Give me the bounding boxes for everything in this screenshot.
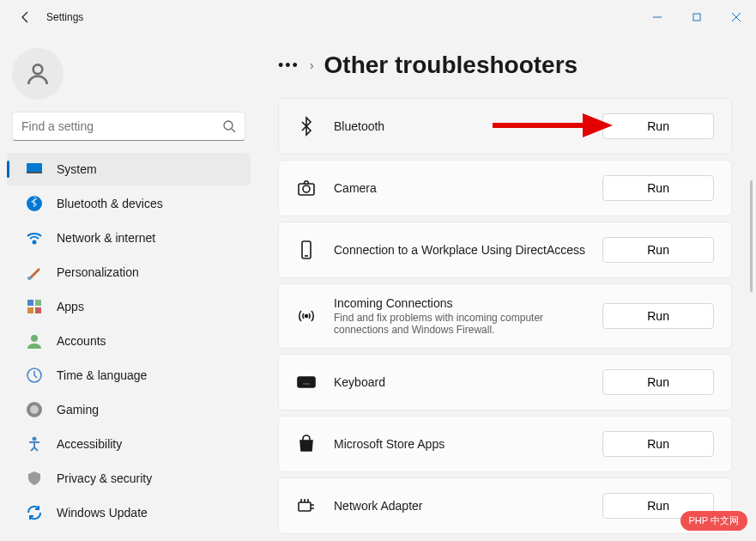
gaming-icon — [26, 401, 43, 418]
run-button[interactable]: Run — [602, 369, 714, 395]
card-title: Bluetooth — [334, 119, 585, 133]
nav: System Bluetooth & devices Network & int… — [0, 153, 257, 529]
wifi-icon — [26, 229, 43, 246]
troubleshooter-card-incoming: Incoming Connections Find and fix proble… — [278, 283, 732, 349]
sidebar-item-accessibility[interactable]: Accessibility — [7, 428, 251, 460]
clock-icon — [26, 367, 43, 384]
run-button[interactable]: Run — [602, 237, 714, 263]
card-title: Network Adapter — [334, 499, 585, 513]
minimize-icon — [653, 13, 662, 21]
svg-point-27 — [305, 315, 308, 318]
close-button[interactable] — [717, 0, 756, 34]
sidebar-item-personalization[interactable]: Personalization — [7, 256, 251, 289]
watermark: PHP 中文网 — [680, 511, 747, 531]
page-title: Other troubleshooters — [324, 52, 578, 79]
search-icon — [222, 119, 236, 133]
accounts-icon — [26, 332, 43, 350]
run-button[interactable]: Run — [602, 175, 714, 201]
svg-rect-1 — [693, 14, 700, 21]
bluetooth-icon — [296, 116, 317, 137]
svg-rect-8 — [27, 172, 42, 173]
nav-label: System — [57, 162, 97, 176]
sidebar-item-bluetooth[interactable]: Bluetooth & devices — [7, 187, 251, 220]
maximize-icon — [692, 13, 701, 21]
sidebar-item-network[interactable]: Network & internet — [7, 222, 251, 254]
svg-rect-12 — [27, 300, 33, 306]
troubleshooter-card-camera: Camera Run — [278, 160, 732, 216]
sidebar-item-update[interactable]: Windows Update — [7, 496, 251, 529]
nav-label: Gaming — [57, 403, 99, 416]
arrow-left-icon — [19, 10, 33, 24]
shield-icon — [26, 470, 43, 487]
card-subtitle: Find and fix problems with incoming comp… — [334, 312, 557, 336]
sidebar-item-apps[interactable]: Apps — [7, 290, 251, 323]
search-input[interactable] — [21, 119, 222, 133]
card-title: Microsoft Store Apps — [334, 437, 585, 451]
paint-icon — [26, 264, 43, 281]
nav-label: Accessibility — [57, 437, 122, 451]
apps-icon — [26, 298, 43, 315]
back-button[interactable] — [9, 0, 43, 34]
svg-rect-34 — [299, 502, 311, 511]
troubleshooter-card-store: Microsoft Store Apps Run — [278, 416, 732, 472]
sidebar-item-system[interactable]: System — [7, 153, 251, 185]
svg-rect-28 — [298, 377, 315, 387]
run-button[interactable]: Run — [602, 431, 714, 457]
main: System Bluetooth & devices Network & int… — [0, 34, 756, 541]
adapter-icon — [296, 495, 317, 516]
signal-icon — [296, 306, 317, 326]
bluetooth-icon — [26, 195, 43, 212]
nav-label: Privacy & security — [57, 471, 152, 485]
card-title: Camera — [334, 181, 585, 195]
svg-rect-32 — [311, 380, 312, 381]
phone-icon — [296, 240, 317, 260]
card-title: Keyboard — [334, 375, 585, 389]
nav-label: Accounts — [57, 334, 106, 348]
accessibility-icon — [26, 435, 43, 453]
search-box[interactable] — [12, 112, 245, 141]
nav-label: Apps — [57, 300, 84, 313]
system-icon — [26, 161, 43, 178]
user-icon — [24, 60, 51, 88]
svg-point-10 — [33, 241, 36, 244]
window-controls — [638, 0, 756, 34]
svg-point-5 — [224, 121, 233, 130]
svg-point-20 — [33, 437, 37, 441]
svg-point-11 — [27, 277, 31, 280]
svg-rect-14 — [27, 307, 33, 313]
svg-rect-33 — [302, 383, 311, 385]
avatar[interactable] — [12, 48, 64, 100]
svg-point-19 — [30, 405, 39, 414]
card-title: Connection to a Workplace Using DirectAc… — [334, 243, 585, 257]
scrollbar[interactable] — [750, 180, 753, 292]
sidebar-item-accounts[interactable]: Accounts — [7, 325, 251, 357]
svg-rect-31 — [307, 380, 309, 381]
svg-point-16 — [31, 335, 38, 342]
sidebar-item-privacy[interactable]: Privacy & security — [7, 462, 251, 495]
sidebar: System Bluetooth & devices Network & int… — [0, 34, 257, 541]
card-title: Incoming Connections — [334, 296, 585, 310]
troubleshooter-card-keyboard: Keyboard Run — [278, 354, 732, 410]
update-icon — [26, 504, 43, 521]
svg-rect-15 — [35, 307, 41, 313]
svg-rect-13 — [35, 300, 41, 306]
breadcrumb-more[interactable]: ••• — [278, 57, 299, 75]
run-button[interactable]: Run — [602, 303, 714, 329]
nav-label: Personalization — [57, 265, 139, 279]
content[interactable]: ••• › Other troubleshooters Bluetooth Ru… — [257, 34, 753, 541]
run-button[interactable]: Run — [602, 113, 714, 139]
nav-label: Bluetooth & devices — [57, 197, 163, 210]
troubleshooter-card-network: Network Adapter Run — [278, 477, 732, 534]
titlebar: Settings — [0, 0, 756, 34]
nav-label: Windows Update — [57, 506, 148, 520]
troubleshooter-card-connection: Connection to a Workplace Using DirectAc… — [278, 222, 732, 278]
minimize-button[interactable] — [638, 0, 677, 34]
keyboard-icon — [296, 372, 317, 392]
bag-icon — [296, 434, 317, 454]
sidebar-item-time[interactable]: Time & language — [7, 359, 251, 392]
sidebar-item-gaming[interactable]: Gaming — [7, 393, 251, 426]
breadcrumb: ••• › Other troubleshooters — [278, 52, 732, 79]
window-title: Settings — [46, 11, 83, 23]
maximize-button[interactable] — [677, 0, 717, 34]
svg-rect-29 — [300, 380, 302, 381]
